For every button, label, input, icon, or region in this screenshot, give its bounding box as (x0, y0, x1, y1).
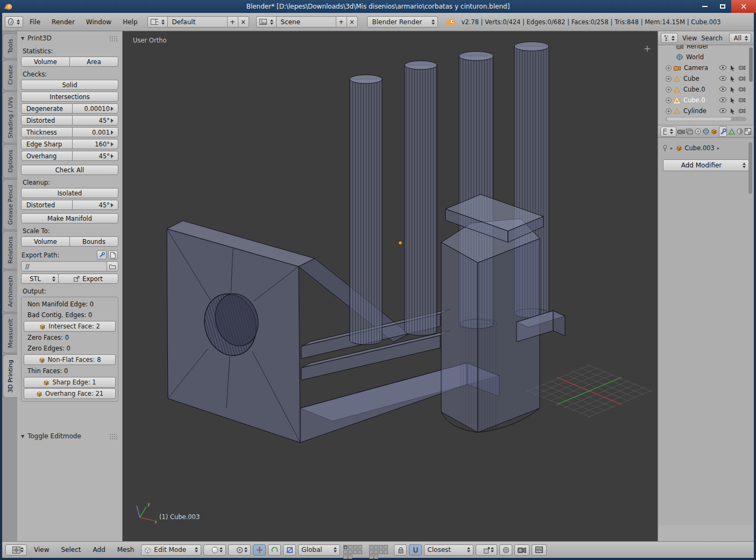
scale-manipulator-toggle[interactable] (283, 544, 296, 556)
tab-tools[interactable]: Tools (3, 33, 17, 59)
maximize-button[interactable] (713, 0, 731, 13)
intersect-face-button[interactable]: Intersect Face: 2 (24, 321, 116, 332)
outliner-item-cube0[interactable]: + Cube.0 (658, 84, 754, 95)
layer-cell[interactable] (348, 545, 352, 549)
add-modifier-select[interactable]: Add Modifier (663, 159, 749, 171)
make-manifold-button[interactable]: Make Manifold (21, 213, 118, 223)
viewport-menu-mesh[interactable]: Mesh (112, 546, 139, 554)
menu-render[interactable]: Render (47, 18, 80, 26)
edge-sharp-value-field[interactable]: 160° (72, 139, 118, 149)
viewport-shading-select[interactable] (203, 544, 226, 556)
check-edge-sharp-button[interactable]: Edge Sharp (21, 139, 73, 149)
tab-object-data[interactable] (728, 126, 735, 137)
outliner-display-select[interactable]: All (729, 33, 751, 43)
menu-help[interactable]: Help (118, 18, 142, 26)
expand-icon[interactable]: + (666, 97, 672, 103)
layer-cell[interactable] (379, 545, 383, 549)
outliner-item-cube0-active[interactable]: + Cube.0 (658, 95, 754, 106)
rotate-manipulator-toggle[interactable] (268, 544, 281, 556)
tab-measureit[interactable]: MeasureIt (3, 313, 17, 353)
check-all-button[interactable]: Check All (21, 165, 118, 175)
layer-grid-left[interactable] (343, 545, 365, 555)
panel-drag-icon[interactable] (109, 36, 118, 41)
viewport-menu-select[interactable]: Select (56, 546, 86, 554)
export-path-input[interactable]: // (21, 261, 107, 271)
expand-icon[interactable]: + (666, 76, 672, 82)
external-editor-button[interactable] (97, 250, 107, 260)
renderable-camera-icon[interactable] (739, 97, 745, 103)
cleanup-distorted-value-field[interactable]: 45° (72, 200, 118, 210)
outliner-item-render[interactable]: Render (658, 45, 754, 52)
editor-type-button[interactable]: i (5, 16, 23, 27)
delete-layout-button[interactable]: × (238, 16, 249, 27)
tab-relations[interactable]: Relations (3, 231, 17, 269)
layer-cell[interactable] (358, 545, 362, 549)
cleanup-distorted-button[interactable]: Distorted (21, 200, 73, 210)
layer-cell[interactable] (374, 545, 378, 549)
area-button[interactable]: Area (69, 57, 118, 67)
proportional-edit-button[interactable] (499, 544, 512, 556)
viewport-menu-view[interactable]: View (29, 546, 54, 554)
tab-grease-pencil[interactable]: Grease Pencil (3, 179, 17, 230)
selectable-cursor-icon[interactable] (730, 108, 735, 114)
translate-manipulator-toggle[interactable] (253, 544, 266, 556)
export-format-select[interactable]: STL (21, 274, 59, 284)
outliner-item-world[interactable]: World (658, 52, 754, 62)
layer-cell[interactable] (374, 550, 378, 554)
file-hidden-button[interactable] (108, 250, 118, 260)
tab-3d-printing[interactable]: 3D Printing (3, 354, 17, 398)
layer-cell[interactable] (353, 545, 357, 549)
export-button[interactable]: Export (58, 274, 118, 284)
cleanup-isolated-button[interactable]: Isolated (21, 188, 118, 198)
tab-create[interactable]: Create (3, 60, 17, 90)
expand-icon[interactable]: + (666, 65, 672, 71)
menu-window[interactable]: Window (81, 18, 116, 26)
transform-orientation-select[interactable]: Global (298, 544, 340, 556)
screen-layout-name[interactable]: Default (167, 16, 228, 27)
expand-icon[interactable]: + (666, 108, 672, 114)
overhang-value-field[interactable]: 45° (72, 151, 118, 161)
tab-material[interactable] (736, 126, 743, 137)
selectable-cursor-icon[interactable] (730, 76, 735, 82)
outliner-item-cylinder[interactable]: + Cylinde (658, 106, 754, 115)
mode-select[interactable]: Edit Mode (141, 544, 201, 556)
layer-cell[interactable] (343, 545, 348, 549)
properties-editor-type-button[interactable] (660, 127, 676, 137)
tab-modifiers[interactable] (719, 126, 727, 137)
check-intersections-button[interactable]: Intersections (21, 92, 118, 102)
render-animation-button[interactable] (532, 544, 547, 556)
outliner-horizontal-scrollbar[interactable] (666, 117, 746, 121)
scene-name[interactable]: Scene (276, 16, 336, 27)
tab-world[interactable] (703, 126, 710, 137)
layer-grid-right[interactable] (369, 545, 391, 555)
selectable-cursor-icon[interactable] (730, 97, 735, 103)
title-bar[interactable]: Blender* [D:\lepes\Downloads\3d\Mis dise… (0, 0, 756, 13)
check-overhang-button[interactable]: Overhang (21, 151, 73, 161)
tab-render[interactable] (677, 126, 685, 137)
layer-cell[interactable] (358, 550, 362, 554)
outliner-menu-view[interactable]: View (682, 34, 697, 42)
snap-toggle[interactable] (409, 544, 422, 556)
visibility-eye-icon[interactable] (719, 76, 726, 81)
check-degenerate-button[interactable]: Degenerate (21, 103, 73, 114)
layer-cell[interactable] (369, 555, 373, 559)
scene-browse-button[interactable] (256, 16, 277, 27)
outliner-menu-search[interactable]: Search (701, 34, 723, 42)
tab-options[interactable]: Options (3, 144, 17, 178)
tab-archimesh[interactable]: Archimesh (3, 270, 17, 312)
tab-texture[interactable] (745, 126, 752, 137)
snap-mode-select[interactable]: Closest (424, 544, 474, 556)
viewport-canvas[interactable] (123, 31, 658, 541)
selectable-cursor-icon[interactable] (730, 87, 735, 93)
delete-scene-button[interactable]: × (347, 16, 358, 27)
layer-cell[interactable] (369, 545, 373, 549)
menu-file[interactable]: File (25, 18, 45, 26)
layer-cell[interactable] (384, 545, 388, 549)
toggle-editmode-panel-header[interactable]: ▼ Toggle Editmode (17, 431, 122, 442)
layer-cell[interactable] (374, 555, 378, 559)
tab-scene[interactable] (694, 126, 701, 137)
add-layout-button[interactable]: + (227, 16, 238, 27)
visibility-eye-icon[interactable] (719, 65, 726, 70)
tab-object[interactable] (711, 126, 718, 137)
tab-render-layers[interactable] (686, 126, 693, 137)
